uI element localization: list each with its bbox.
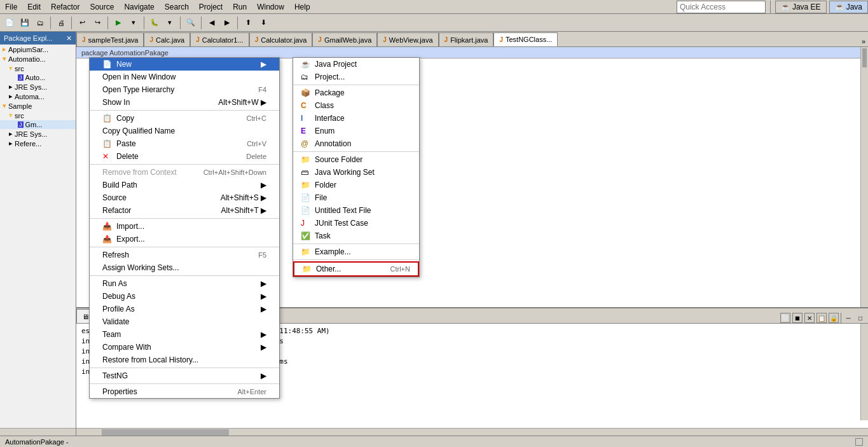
menu-source[interactable]: Source Alt+Shift+S ▶ xyxy=(90,191,279,204)
testng-label: TestNG xyxy=(102,371,128,380)
delete-shortcut: Delete xyxy=(246,153,266,160)
menu-refresh[interactable]: Refresh F5 xyxy=(90,249,279,261)
import-label: Import... xyxy=(116,222,144,231)
new-row: 📄 New xyxy=(102,60,132,69)
new-untitled-text[interactable]: 📄 Untitled Text File xyxy=(293,204,419,217)
copy-icon: 📋 xyxy=(102,114,113,123)
sep3 xyxy=(90,218,279,219)
menu-build-path[interactable]: Build Path ▶ xyxy=(90,179,279,191)
class-label: Class xyxy=(315,101,334,110)
new-interface[interactable]: I Interface xyxy=(293,112,419,125)
properties-shortcut: Alt+Enter xyxy=(237,388,266,395)
paste-icon: 📋 xyxy=(102,139,113,148)
show-in-label: Show In xyxy=(102,98,130,107)
menu-team[interactable]: Team ▶ xyxy=(90,328,279,341)
other-label: Other... xyxy=(316,265,341,273)
example-label: Example... xyxy=(315,247,351,256)
paste-label: Paste xyxy=(116,139,136,148)
new-java-project[interactable]: ☕ Java Project xyxy=(293,58,419,71)
team-label: Team xyxy=(102,330,121,339)
package-icon: 📦 xyxy=(301,88,311,97)
file-label: File xyxy=(315,193,327,202)
menu-open-new-window[interactable]: Open in New Window xyxy=(90,71,279,83)
new-label: New xyxy=(116,60,132,69)
menu-compare-with[interactable]: Compare With ▶ xyxy=(90,341,279,354)
context-menu-overlay[interactable]: 📄 New ▶ Open in New Window Open Type Hie… xyxy=(0,0,868,447)
debug-as-label: Debug As xyxy=(102,292,135,301)
testng-arrow: ▶ xyxy=(261,371,266,380)
profile-as-label: Profile As xyxy=(102,305,135,313)
menu-assign-working-sets[interactable]: Assign Working Sets... xyxy=(90,261,279,274)
source-folder-icon: 📁 xyxy=(301,155,311,164)
menu-new[interactable]: 📄 New ▶ xyxy=(90,58,279,71)
menu-remove-context: Remove from Context Ctrl+Alt+Shift+Down xyxy=(90,166,279,179)
new-sep3 xyxy=(293,244,419,244)
compare-with-arrow: ▶ xyxy=(261,343,266,352)
menu-copy[interactable]: 📋 Copy Ctrl+C xyxy=(90,112,279,125)
new-source-folder[interactable]: 📁 Source Folder xyxy=(293,153,419,166)
sep1 xyxy=(90,110,279,111)
java-project-icon: ☕ xyxy=(301,60,311,69)
other-icon: 📁 xyxy=(302,265,312,273)
menu-delete[interactable]: ✕ Delete Delete xyxy=(90,150,279,163)
menu-open-type-hierarchy[interactable]: Open Type Hierarchy F4 xyxy=(90,83,279,96)
menu-properties[interactable]: Properties Alt+Enter xyxy=(90,385,279,398)
import-row: 📥 Import... xyxy=(102,222,144,231)
annotation-label: Annotation xyxy=(315,139,351,148)
remove-context-label: Remove from Context xyxy=(102,168,177,177)
run-as-label: Run As xyxy=(102,279,127,288)
menu-copy-qualified[interactable]: Copy Qualified Name xyxy=(90,125,279,137)
show-in-arrow: Alt+Shift+W ▶ xyxy=(218,98,266,107)
new-annotation[interactable]: @ Annotation xyxy=(293,137,419,150)
menu-profile-as[interactable]: Profile As ▶ xyxy=(90,303,279,315)
new-enum[interactable]: E Enum xyxy=(293,125,419,137)
menu-testng[interactable]: TestNG ▶ xyxy=(90,369,279,382)
restore-local-label: Restore from Local History... xyxy=(102,355,198,364)
open-type-hierarchy-label: Open Type Hierarchy xyxy=(102,85,174,94)
profile-as-arrow: ▶ xyxy=(261,305,266,313)
new-class[interactable]: C Class xyxy=(293,99,419,112)
new-example[interactable]: 📁 Example... xyxy=(293,245,419,258)
java-project-label: Java Project xyxy=(315,60,357,69)
new-java-working-set[interactable]: 🗃 Java Working Set xyxy=(293,166,419,179)
new-other[interactable]: 📁 Other... Ctrl+N xyxy=(293,261,419,277)
refresh-shortcut: F5 xyxy=(258,251,266,259)
export-label: Export... xyxy=(116,235,145,244)
menu-export[interactable]: 📤 Export... xyxy=(90,233,279,245)
new-icon: 📄 xyxy=(102,60,113,69)
copy-row: 📋 Copy xyxy=(102,114,134,123)
task-icon: ✅ xyxy=(301,231,311,240)
new-file[interactable]: 📄 File xyxy=(293,191,419,204)
compare-with-label: Compare With xyxy=(102,343,151,352)
new-folder[interactable]: 📁 Folder xyxy=(293,179,419,191)
junit-icon: J xyxy=(301,219,311,228)
assign-working-sets-label: Assign Working Sets... xyxy=(102,263,179,272)
enum-icon: E xyxy=(301,127,311,135)
menu-paste[interactable]: 📋 Paste Ctrl+V xyxy=(90,137,279,150)
new-submenu: ☕ Java Project 🗂 Project... 📦 Package C … xyxy=(293,57,420,277)
menu-restore-local[interactable]: Restore from Local History... xyxy=(90,354,279,366)
interface-icon: I xyxy=(301,114,311,123)
run-as-arrow: ▶ xyxy=(261,279,266,288)
new-task[interactable]: ✅ Task xyxy=(293,230,419,242)
sep4 xyxy=(90,247,279,247)
menu-import[interactable]: 📥 Import... xyxy=(90,220,279,233)
new-package[interactable]: 📦 Package xyxy=(293,86,419,99)
other-shortcut: Ctrl+N xyxy=(390,265,410,273)
menu-show-in[interactable]: Show In Alt+Shift+W ▶ xyxy=(90,96,279,109)
paste-shortcut: Ctrl+V xyxy=(247,140,266,148)
menu-debug-as[interactable]: Debug As ▶ xyxy=(90,290,279,303)
menu-validate[interactable]: Validate xyxy=(90,315,279,328)
source-label: Source xyxy=(102,193,127,202)
new-junit-test[interactable]: J JUnit Test Case xyxy=(293,217,419,230)
sep6 xyxy=(90,368,279,368)
menu-run-as[interactable]: Run As ▶ xyxy=(90,277,279,290)
new-project[interactable]: 🗂 Project... xyxy=(293,71,419,83)
build-path-arrow: ▶ xyxy=(261,181,266,189)
menu-refactor[interactable]: Refactor Alt+Shift+T ▶ xyxy=(90,204,279,217)
interface-label: Interface xyxy=(315,114,345,123)
copy-shortcut: Ctrl+C xyxy=(247,114,266,122)
team-arrow: ▶ xyxy=(261,330,266,339)
validate-label: Validate xyxy=(102,317,129,326)
annotation-icon: @ xyxy=(301,139,311,148)
